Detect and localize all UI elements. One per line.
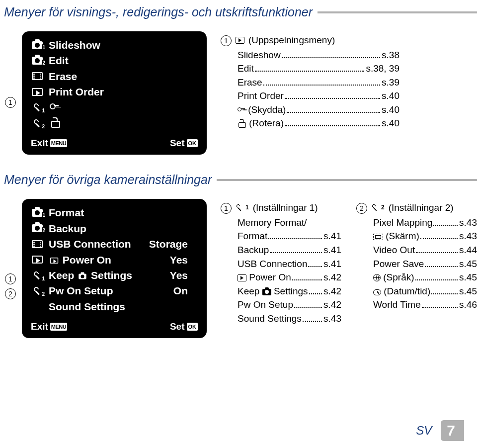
desc-marker-1: 1	[221, 35, 232, 46]
film-icon	[32, 72, 43, 80]
page-footer: SV 7	[416, 420, 464, 441]
play-inline-icon	[50, 258, 59, 264]
menu-item-edit[interactable]: 2 Edit	[29, 53, 202, 68]
film-icon-b	[32, 240, 43, 248]
section2-title: Menyer för övriga kamerainställningar	[0, 170, 477, 189]
rotate-icon	[50, 118, 60, 127]
wrench1b-icon: 1	[32, 270, 42, 280]
wrench-dark1-icon	[236, 204, 243, 212]
ok-badge-2: OK	[187, 323, 198, 331]
menu-item-erase[interactable]: Erase	[29, 69, 202, 84]
camera1b-icon: 1	[32, 209, 43, 217]
menu-item-backup[interactable]: 2 Backup	[29, 221, 202, 236]
cam-inline-icon	[79, 273, 86, 279]
marker-1: 1	[5, 97, 16, 108]
key-dark-icon	[238, 107, 245, 114]
play-dark-icon	[236, 37, 244, 44]
menu-item-pwonsetup[interactable]: 2 Pw On Setup On	[29, 283, 202, 298]
menu-item-poweron[interactable]: Power On Yes	[29, 252, 202, 268]
exit-button[interactable]: Exit MENU	[31, 138, 67, 149]
key-icon	[50, 102, 59, 111]
desc-marker-1b: 1	[221, 203, 232, 214]
section1-title: Menyer för visnings-, redigerings- och u…	[0, 2, 477, 21]
lang-label: SV	[416, 424, 432, 438]
menu-badge: MENU	[50, 139, 67, 147]
camera2b-icon: 2	[32, 224, 43, 232]
cam-dark-icon	[262, 289, 271, 295]
menu-item-keepsettings[interactable]: 1 Keep Settings Yes	[29, 268, 202, 283]
set-button-2[interactable]: Set OK	[170, 321, 198, 332]
set-button[interactable]: Set OK	[170, 138, 198, 149]
menu-item-slideshow[interactable]: 1 Slideshow	[29, 37, 202, 53]
exit-button-2[interactable]: Exit MENU	[31, 321, 67, 332]
playback-description: 1 (Uppspelningsmeny) Slideshows.38 Edits…	[221, 31, 477, 130]
wrench2b-icon: 2	[32, 286, 42, 296]
globe-dark-icon	[373, 274, 381, 281]
screen-dark-icon	[373, 234, 383, 240]
ok-badge: OK	[187, 139, 198, 147]
playback-menu: 1 Slideshow 2 Edit Erase	[22, 31, 207, 155]
play-dark2-icon	[238, 274, 246, 281]
wrench1-icon: 1	[32, 102, 42, 112]
menu-item-sound[interactable]: Sound Settings	[29, 299, 202, 314]
clock-dark-icon	[373, 289, 381, 295]
wrench-dark2-icon	[371, 204, 379, 212]
setup-menu: 1 Format 2 Backup USB Connection Storage	[22, 199, 207, 338]
menu-item-printorder[interactable]: Print Order	[29, 84, 202, 99]
rotate-dark-icon	[238, 120, 246, 127]
camera1-icon: 1	[32, 41, 43, 49]
menu-item-settings2[interactable]: 2	[29, 115, 202, 131]
wrench2-icon: 2	[32, 118, 42, 128]
desc-marker-2b: 2	[356, 203, 367, 214]
marker-2b: 2	[5, 288, 16, 299]
camera2-icon: 2	[32, 57, 43, 65]
play-icon	[32, 88, 43, 96]
menu-item-usb[interactable]: USB Connection Storage	[29, 236, 202, 252]
menu-item-format[interactable]: 1 Format	[29, 205, 202, 220]
menu-badge-2: MENU	[50, 323, 67, 331]
setup-description: 1 1 (Inställningar 1) Memory Format/ For…	[221, 199, 477, 325]
page-number: 7	[441, 420, 464, 441]
marker-1b: 1	[5, 273, 16, 284]
play-icon-b	[32, 256, 43, 264]
menu-item-settings1[interactable]: 1	[29, 100, 202, 115]
